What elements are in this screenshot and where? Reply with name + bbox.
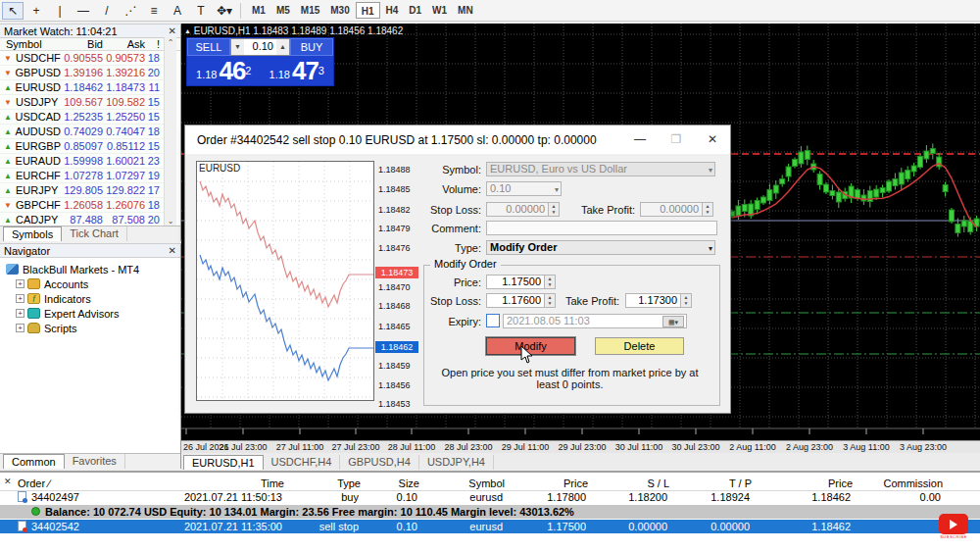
scroll-down-icon[interactable]: ⌄	[168, 217, 174, 226]
market-watch-row[interactable]: ▲USDCAD1.252351.2525015	[0, 110, 164, 125]
tab-common[interactable]: Common	[3, 454, 65, 469]
tool-cursor-icon[interactable]: ↖	[2, 2, 24, 20]
col-bid[interactable]: Bid	[61, 38, 103, 50]
navigator-item-scripts[interactable]: +Scripts	[16, 321, 180, 335]
chart-tab-gbpusd-h4[interactable]: GBPUSD,H4	[340, 455, 419, 470]
order-row[interactable]: 344024972021.07.21 11:50:13buy0.10eurusd…	[0, 490, 980, 504]
timeframe-m30-button[interactable]: M30	[325, 2, 354, 19]
tool-arrows-icon[interactable]: ✥▾	[214, 2, 235, 20]
tool-fibonacci-icon[interactable]: ⋰	[120, 2, 141, 20]
time-axis-label: 30 Jul 11:00	[613, 442, 664, 452]
bid-value: 1.18462	[61, 80, 103, 94]
symbol-label: EURJPY	[16, 183, 58, 198]
tool-crosshair-icon[interactable]: +	[25, 2, 47, 20]
market-watch-row[interactable]: ▲EURAUD1.599981.6002123	[0, 154, 164, 169]
spread-value: 18	[145, 125, 162, 138]
tool-trendline-icon[interactable]: /	[96, 2, 118, 20]
market-watch-row[interactable]: ▲EURJPY129.805129.82217	[0, 183, 164, 198]
scale-label: 1.18476	[378, 243, 421, 253]
market-watch-row[interactable]: ▲EURCHF1.072781.0729719	[0, 169, 164, 183]
expand-icon[interactable]: +	[16, 309, 24, 318]
tool-horizontal-line-icon[interactable]: —	[73, 2, 94, 20]
tab-symbols[interactable]: Symbols	[3, 226, 62, 241]
tab-favorites[interactable]: Favorites	[65, 454, 125, 469]
timeframe-m15-button[interactable]: M15	[296, 2, 324, 19]
cell: 1.18200	[586, 490, 667, 504]
close-icon[interactable]: ✕	[169, 245, 176, 256]
timeframe-w1-button[interactable]: W1	[427, 2, 452, 19]
ask-price-display[interactable]: 1.18 47 3	[261, 56, 334, 86]
navigator-item-indicators[interactable]: +fIndicators	[16, 291, 180, 306]
scroll-up-icon[interactable]: ⌃	[168, 38, 174, 47]
col-symbol[interactable]: Symbol	[0, 38, 61, 50]
chart-tab-usdchf-h4[interactable]: USDCHF,H4	[264, 455, 341, 470]
symbol-label: AUDUSD	[16, 125, 61, 139]
navigator-root[interactable]: BlackBull Markets - MT4	[6, 262, 180, 276]
buy-button[interactable]: BUY	[290, 38, 333, 56]
maximize-icon[interactable]: ❐	[664, 131, 688, 149]
chart-tab-eurusd-h1[interactable]: EURUSD,H1	[183, 455, 264, 470]
up-trend-icon: ▲	[4, 110, 16, 125]
market-watch-row[interactable]: ▼GBPUSD1.391961.3921620	[0, 66, 164, 80]
tool-vertical-line-icon[interactable]: |	[49, 2, 71, 20]
price-input[interactable]: 1.17500 ▲▼	[486, 275, 556, 289]
volume-up-icon[interactable]: ▲	[276, 39, 289, 55]
market-watch-row[interactable]: ▲EURGBP0.850970.8511215	[0, 139, 164, 154]
chart-tab-usdjpy-h4[interactable]: USDJPY,H4	[419, 455, 494, 470]
time-axis-label: 2 Aug 11:00	[727, 442, 778, 452]
timeframe-h1-button[interactable]: H1	[356, 2, 380, 19]
symbol-label: EURAUD	[16, 154, 61, 169]
close-icon[interactable]: ✕	[169, 25, 176, 36]
tool-channel-icon[interactable]: ≡	[143, 2, 165, 20]
calendar-icon[interactable]: ▦▾	[662, 316, 684, 327]
market-watch-row[interactable]: ▼USDCHF0.905550.9057318	[0, 51, 164, 66]
navigator-item-accounts[interactable]: +Accounts	[16, 276, 180, 291]
timeframe-mn-button[interactable]: MN	[453, 2, 478, 19]
tab-tick-chart[interactable]: Tick Chart	[62, 226, 127, 241]
delete-button[interactable]: Delete	[595, 337, 684, 355]
timeframe-h4-button[interactable]: H4	[381, 2, 404, 19]
collapse-triangle-icon[interactable]: ▲	[184, 27, 191, 34]
market-watch-panel: Market Watch: 11:04:21 ✕ Symbol Bid Ask …	[0, 24, 181, 241]
tool-text-label-icon[interactable]: T	[190, 2, 212, 20]
volume-stepper[interactable]: ▼ 0.10 ▲	[230, 38, 290, 56]
market-watch-row[interactable]: ▼GBPCHF1.260581.2607618	[0, 198, 164, 213]
balance-row: Balance: 10 072.74 USD Equity: 10 134.01…	[0, 505, 980, 519]
cell: S / L	[588, 477, 669, 490]
timeframe-m1-button[interactable]: M1	[247, 2, 270, 19]
expand-icon[interactable]: +	[16, 294, 24, 303]
close-icon[interactable]: ✕	[701, 131, 724, 149]
sell-button[interactable]: SELL	[187, 38, 230, 56]
ask-value: 1.60021	[103, 154, 145, 168]
market-watch-row[interactable]: ▲EURUSD1.184621.1847311	[0, 80, 164, 95]
minimize-icon[interactable]: —	[628, 131, 652, 149]
navigator-item-expert-advisors[interactable]: +Expert Advisors	[16, 306, 180, 321]
col-spread[interactable]: !	[145, 38, 162, 50]
bid-price-display[interactable]: 1.18 46 2	[187, 56, 261, 86]
market-watch-scrollbar[interactable]: ⌃ ⌄	[164, 37, 176, 226]
type-select[interactable]: Modify Order▾	[486, 240, 715, 255]
up-trend-icon: ▲	[4, 80, 16, 95]
expand-icon[interactable]: +	[16, 324, 24, 332]
expand-icon[interactable]: +	[16, 279, 24, 288]
time-axis-label: 2 Aug 23:00	[784, 442, 835, 452]
server-icon	[6, 264, 19, 275]
comment-input[interactable]	[486, 221, 717, 235]
modify-take-profit-input[interactable]: 1.17300 ▲▼	[625, 293, 692, 308]
expiry-checkbox[interactable]	[486, 314, 500, 327]
cell: eurusd	[417, 520, 503, 533]
market-watch-row[interactable]: ▲CADJPY87.48887.50820	[0, 213, 164, 226]
cell: eurusd	[417, 490, 503, 504]
col-ask[interactable]: Ask	[103, 38, 145, 50]
order-row-selected[interactable]: 344025422021.07.21 11:35:00sell stop0.10…	[0, 520, 980, 533]
volume-down-icon[interactable]: ▼	[231, 39, 244, 55]
cell: buy	[282, 490, 359, 504]
timeframe-m5-button[interactable]: M5	[271, 2, 295, 19]
spinner-icon[interactable]: ▲▼	[544, 276, 555, 288]
volume-value[interactable]: 0.10	[244, 39, 276, 55]
market-watch-row[interactable]: ▲AUDUSD0.740290.7404718	[0, 125, 164, 139]
timeframe-d1-button[interactable]: D1	[404, 2, 426, 19]
spinner-icon[interactable]: ▲▼	[680, 294, 691, 307]
tool-text-icon[interactable]: A	[167, 2, 188, 20]
market-watch-row[interactable]: ▼USDJPY109.567109.58215	[0, 95, 164, 110]
